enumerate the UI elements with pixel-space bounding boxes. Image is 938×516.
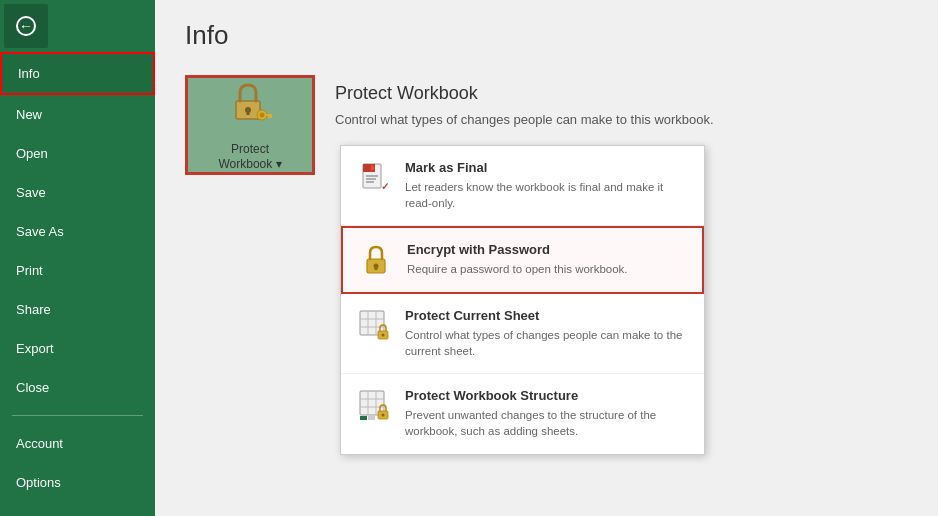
svg-point-4 bbox=[260, 113, 265, 118]
protect-workbook-label: Protect Workbook ▾ bbox=[218, 142, 281, 171]
sidebar-item-save[interactable]: Save bbox=[0, 173, 155, 212]
svg-point-32 bbox=[382, 414, 385, 417]
menu-item-mark-as-final[interactable]: ✓ Mark as Final Let readers know the wor… bbox=[341, 146, 704, 226]
svg-rect-16 bbox=[375, 266, 378, 270]
sidebar-item-export[interactable]: Export bbox=[0, 329, 155, 368]
protect-workbook-icon bbox=[226, 79, 274, 136]
svg-rect-5 bbox=[266, 114, 272, 116]
mark-as-final-icon: ✓ bbox=[357, 160, 393, 196]
svg-text:✓: ✓ bbox=[381, 181, 389, 192]
sidebar-label-new: New bbox=[16, 107, 42, 122]
sidebar: ← Info New Open Save Save As Print Share… bbox=[0, 0, 155, 516]
sidebar-item-account[interactable]: Account bbox=[0, 424, 155, 463]
page-title: Info bbox=[185, 20, 908, 51]
svg-rect-2 bbox=[247, 110, 250, 115]
sidebar-label-save: Save bbox=[16, 185, 46, 200]
protect-description: Control what types of changes people can… bbox=[335, 112, 714, 127]
encrypt-password-icon bbox=[359, 242, 395, 278]
svg-rect-30 bbox=[368, 416, 375, 420]
menu-item-protect-sheet[interactable]: Protect Current Sheet Control what types… bbox=[341, 294, 704, 374]
sidebar-item-share[interactable]: Share bbox=[0, 290, 155, 329]
sidebar-label-export: Export bbox=[16, 341, 54, 356]
menu-item-protect-structure[interactable]: Protect Workbook Structure Prevent unwan… bbox=[341, 374, 704, 453]
protect-structure-icon bbox=[357, 388, 393, 424]
protect-dropdown-menu: ✓ Mark as Final Let readers know the wor… bbox=[340, 145, 705, 455]
sidebar-label-print: Print bbox=[16, 263, 43, 278]
protect-workbook-button[interactable]: Protect Workbook ▾ bbox=[185, 75, 315, 175]
sidebar-item-options[interactable]: Options bbox=[0, 463, 155, 502]
sidebar-label-close: Close bbox=[16, 380, 49, 395]
protect-sheet-text: Protect Current Sheet Control what types… bbox=[405, 308, 688, 359]
sidebar-item-new[interactable]: New bbox=[0, 95, 155, 134]
protect-info: Protect Workbook Control what types of c… bbox=[335, 75, 714, 127]
encrypt-password-text: Encrypt with Password Require a password… bbox=[407, 242, 628, 277]
svg-point-23 bbox=[382, 334, 385, 337]
protect-heading: Protect Workbook bbox=[335, 83, 714, 104]
sidebar-item-print[interactable]: Print bbox=[0, 251, 155, 290]
mark-as-final-text: Mark as Final Let readers know the workb… bbox=[405, 160, 688, 211]
sidebar-divider bbox=[12, 415, 143, 416]
svg-rect-6 bbox=[270, 116, 272, 118]
sidebar-item-info[interactable]: Info bbox=[0, 52, 155, 95]
svg-rect-29 bbox=[360, 416, 367, 420]
sidebar-label-options: Options bbox=[16, 475, 61, 490]
sidebar-item-save-as[interactable]: Save As bbox=[0, 212, 155, 251]
sidebar-item-close[interactable]: Close bbox=[0, 368, 155, 407]
sidebar-label-save-as: Save As bbox=[16, 224, 64, 239]
sidebar-label-account: Account bbox=[16, 436, 63, 451]
back-arrow-icon: ← bbox=[16, 16, 36, 36]
protect-structure-text: Protect Workbook Structure Prevent unwan… bbox=[405, 388, 688, 439]
sidebar-label-open: Open bbox=[16, 146, 48, 161]
svg-rect-7 bbox=[268, 116, 270, 118]
back-button[interactable]: ← bbox=[4, 4, 48, 48]
sidebar-label-info: Info bbox=[18, 66, 40, 81]
main-content: Info bbox=[155, 0, 938, 516]
sidebar-label-share: Share bbox=[16, 302, 51, 317]
menu-item-encrypt-password[interactable]: Encrypt with Password Require a password… bbox=[341, 226, 704, 294]
sidebar-item-open[interactable]: Open bbox=[0, 134, 155, 173]
protect-sheet-icon bbox=[357, 308, 393, 344]
